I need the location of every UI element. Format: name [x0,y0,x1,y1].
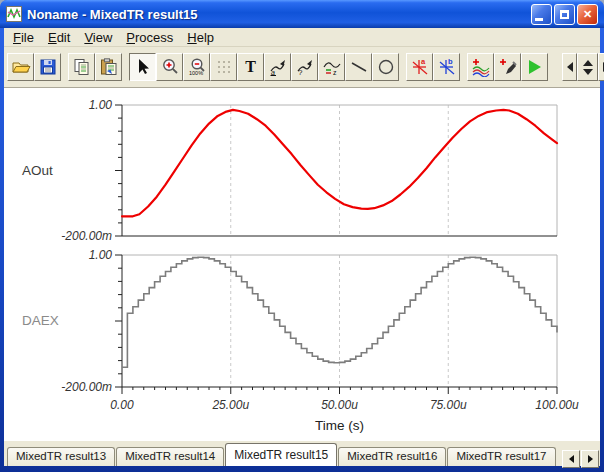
interpolate-a-button[interactable]: a [264,53,291,81]
tab-mixedtr-result13[interactable]: MixedTR result13 [7,447,115,466]
ellipse-icon [376,57,396,77]
result-tab-bar: MixedTR result13MixedTR result14MixedTR … [4,441,600,466]
svg-text:?: ? [298,68,303,77]
magnifier-plus-icon [160,57,180,77]
clipboard-paste-icon [99,57,119,77]
diagram-area[interactable]: 1.00-200.00mAOut1.00-200.00mDAEX0.0025.0… [4,88,600,441]
copy-button[interactable] [68,53,95,81]
run-button[interactable] [521,53,548,81]
x-tick-label: 50.00u [321,398,358,412]
select-cursor-button[interactable] [129,53,156,81]
text-tool-button[interactable]: T [237,53,264,81]
interpolate-q-button[interactable]: ? [291,53,318,81]
magnifier-minus-icon: 100% [187,57,207,77]
curve-arrow-a-icon: a [268,57,288,77]
folder-open-icon [11,57,31,77]
menu-process[interactable]: Process [119,28,180,47]
curve-legend-icon: z [322,57,342,77]
tab-mixedtr-result15[interactable]: MixedTR result15 [225,443,337,466]
nav-right-button[interactable] [598,53,604,81]
floppy-disk-icon [38,57,58,77]
plus-waves-icon [471,57,491,77]
diagonal-line-icon [349,57,369,77]
window-title: Noname - MixedTR result15 [27,7,529,22]
play-icon [529,60,541,74]
tab-scroll-arrows [561,450,599,468]
arrow-cursor-icon [133,57,153,77]
x-tick-label: 75.00u [430,398,467,412]
nav-left-button[interactable] [562,53,577,81]
menu-bar: FileEditViewProcessHelp [4,28,600,47]
curve-arrow-question-icon: ? [295,57,315,77]
title-bar[interactable]: Noname - MixedTR result15 ✕ [0,0,604,28]
save-button[interactable] [34,53,61,81]
zoom-in-button[interactable] [156,53,183,81]
tab-mixedtr-result17[interactable]: MixedTR result17 [447,447,555,466]
menu-edit[interactable]: Edit [41,28,77,47]
maximize-icon [560,10,569,19]
plus-probe-icon [498,57,518,77]
cursor-b-button[interactable]: b [433,53,460,81]
y-tick-label-bottom: -200.00m [61,380,112,394]
y-tick-label-bottom: -200.00m [61,229,112,243]
cursor-a-label: a [421,57,426,66]
y-tick-label-top: 1.00 [89,248,113,262]
ellipse-tool-button[interactable] [372,53,399,81]
probe-button[interactable] [494,53,521,81]
zoom-100-label: 100% [189,70,203,76]
maximize-button[interactable] [554,4,575,25]
tab-mixedtr-result16[interactable]: MixedTR result16 [338,447,446,466]
legend-button[interactable]: z [318,53,345,81]
minimize-button[interactable] [531,4,552,25]
x-tick-label: 25.00u [211,398,249,412]
zoom-100-button[interactable]: 100% [183,53,210,81]
grid-button[interactable] [210,53,237,81]
menu-help[interactable]: Help [180,28,221,47]
crosshair-a-icon: a [410,57,430,77]
add-curve-button[interactable] [467,53,494,81]
close-button[interactable]: ✕ [577,4,598,25]
tab-mixedtr-result14[interactable]: MixedTR result14 [116,447,224,466]
nav-updown-button[interactable] [577,53,598,81]
close-icon: ✕ [583,9,592,20]
plot-area-svg[interactable]: 1.00-200.00mAOut1.00-200.00mDAEX0.0025.0… [4,88,600,441]
line-tool-button[interactable] [345,53,372,81]
text-T-icon: T [245,58,256,76]
y-tick-label-top: 1.00 [89,98,113,112]
svg-text:z: z [333,69,337,76]
curve-label-aout: AOut [22,163,53,178]
svg-text:a: a [271,69,275,76]
grid-dots-icon [214,57,234,77]
curve-label-daex: DAEX [22,313,59,328]
app-window: Noname - MixedTR result15 ✕ FileEditView… [0,0,604,472]
triangle-left-icon [567,62,573,72]
copy-pages-icon [72,57,92,77]
triangle-updown-icon [583,60,593,75]
menu-view[interactable]: View [77,28,119,47]
tina-diagram-icon [6,6,22,22]
menu-file[interactable]: File [6,28,41,47]
crosshair-b-icon: b [437,57,457,77]
cursor-b-label: b [448,57,453,66]
x-axis-title: Time (s) [315,418,364,433]
paste-button[interactable] [95,53,122,81]
tab-scroll-right-button[interactable] [581,450,599,468]
tab-scroll-left-button[interactable] [562,450,580,468]
open-button[interactable] [7,53,34,81]
minimize-icon [535,18,543,21]
cursor-a-button[interactable]: a [406,53,433,81]
x-tick-label: 0.00 [110,398,134,412]
toolbar: 100% T a [4,47,600,88]
x-tick-label: 100.00u [535,398,579,412]
